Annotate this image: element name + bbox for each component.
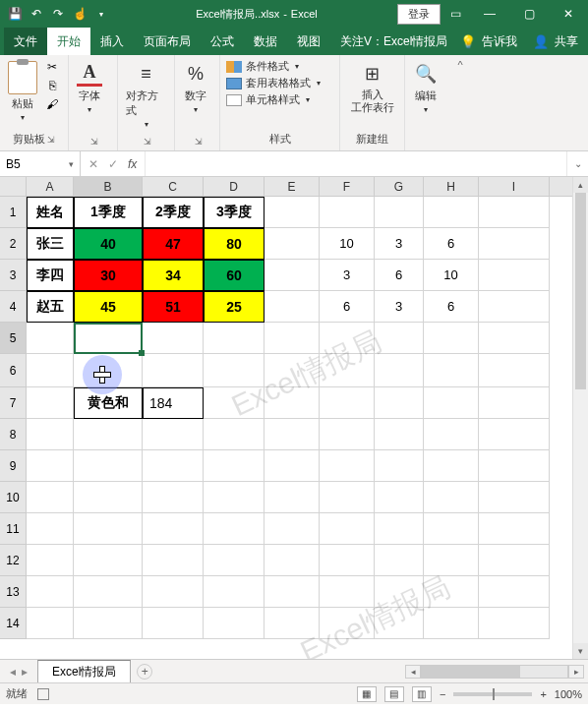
cut-icon[interactable]: ✂ xyxy=(43,59,61,75)
cell[interactable] xyxy=(375,608,424,639)
cell[interactable] xyxy=(74,482,143,513)
cell[interactable] xyxy=(375,576,424,608)
page-layout-view-icon[interactable]: ▤ xyxy=(384,686,404,702)
zoom-in-icon[interactable]: + xyxy=(540,688,546,700)
cell[interactable]: 黄色和 xyxy=(74,387,143,419)
align-button[interactable]: ≡ 对齐方式 ▾ xyxy=(124,59,168,131)
cell[interactable] xyxy=(424,513,479,545)
row-header-13[interactable]: 13 xyxy=(0,576,27,608)
cell[interactable]: 47 xyxy=(143,228,204,260)
cell[interactable] xyxy=(424,419,479,450)
cell[interactable] xyxy=(479,419,550,450)
cell[interactable] xyxy=(320,323,375,354)
cell[interactable] xyxy=(143,482,204,513)
cell[interactable] xyxy=(424,576,479,608)
cell[interactable]: 3 xyxy=(375,291,424,323)
cell[interactable] xyxy=(204,545,265,576)
cell[interactable]: 30 xyxy=(74,260,143,291)
cell[interactable] xyxy=(143,419,204,450)
cell[interactable] xyxy=(375,419,424,450)
cell[interactable] xyxy=(424,450,479,482)
cell[interactable] xyxy=(320,576,375,608)
cell[interactable] xyxy=(265,576,320,608)
cell[interactable] xyxy=(479,260,550,291)
cell[interactable] xyxy=(265,419,320,450)
cell[interactable]: 3季度 xyxy=(204,197,265,228)
cell[interactable] xyxy=(265,545,320,576)
maximize-icon[interactable]: ▢ xyxy=(509,0,549,28)
cell[interactable] xyxy=(320,450,375,482)
redo-icon[interactable]: ↷ xyxy=(49,5,67,23)
cell[interactable] xyxy=(320,387,375,419)
cell[interactable] xyxy=(320,608,375,639)
minimize-icon[interactable]: — xyxy=(470,0,509,28)
cell[interactable] xyxy=(27,419,74,450)
scroll-track[interactable] xyxy=(573,193,588,643)
cell[interactable] xyxy=(204,608,265,639)
scroll-track[interactable] xyxy=(421,665,568,679)
chevron-down-icon[interactable]: ▾ xyxy=(69,159,74,169)
cell[interactable] xyxy=(143,608,204,639)
cell[interactable] xyxy=(479,482,550,513)
cell[interactable] xyxy=(424,608,479,639)
cell[interactable]: 25 xyxy=(204,291,265,323)
cell[interactable]: 34 xyxy=(143,260,204,291)
cell[interactable] xyxy=(265,450,320,482)
cell[interactable] xyxy=(375,545,424,576)
cell[interactable] xyxy=(320,545,375,576)
cell[interactable] xyxy=(424,197,479,228)
cell[interactable]: 80 xyxy=(204,228,265,260)
cell[interactable] xyxy=(479,228,550,260)
cell[interactable] xyxy=(265,608,320,639)
formula-bar-expand-icon[interactable]: ⌄ xyxy=(566,151,588,176)
cell[interactable] xyxy=(27,354,74,387)
cell[interactable] xyxy=(27,576,74,608)
fx-icon[interactable]: fx xyxy=(128,157,137,171)
scroll-right-icon[interactable]: ▸ xyxy=(568,665,584,679)
cell[interactable]: 6 xyxy=(424,291,479,323)
cell[interactable] xyxy=(375,323,424,354)
row-header-8[interactable]: 8 xyxy=(0,419,27,450)
cell[interactable] xyxy=(375,513,424,545)
cell[interactable] xyxy=(424,323,479,354)
cell[interactable] xyxy=(204,354,265,387)
row-header-7[interactable]: 7 xyxy=(0,387,27,419)
scroll-down-icon[interactable]: ▾ xyxy=(573,643,588,659)
cell[interactable] xyxy=(74,576,143,608)
row-header-11[interactable]: 11 xyxy=(0,513,27,545)
tab-home[interactable]: 开始 xyxy=(47,28,90,55)
cell[interactable]: 184 xyxy=(143,387,204,419)
select-all-corner[interactable] xyxy=(0,177,27,196)
cell[interactable]: 6 xyxy=(375,260,424,291)
cell[interactable]: 1季度 xyxy=(74,197,143,228)
cell[interactable] xyxy=(424,482,479,513)
tell-me[interactable]: 告诉我 xyxy=(482,33,517,50)
paste-button[interactable]: 粘贴 ▾ xyxy=(6,59,39,124)
cell[interactable] xyxy=(424,354,479,387)
col-header-H[interactable]: H xyxy=(424,177,479,196)
col-header-G[interactable]: G xyxy=(375,177,424,196)
cell[interactable]: 51 xyxy=(143,291,204,323)
name-box[interactable]: B5 ▾ xyxy=(0,151,81,176)
cell[interactable] xyxy=(143,576,204,608)
insert-row-button[interactable]: ⊞ 插入 工作表行 xyxy=(349,59,396,116)
cell[interactable]: 6 xyxy=(320,291,375,323)
share-icon[interactable]: 👤 xyxy=(533,34,549,49)
login-button[interactable]: 登录 xyxy=(397,4,441,25)
sheet-tab[interactable]: Excel情报局 xyxy=(37,660,131,682)
cell[interactable] xyxy=(375,450,424,482)
row-header-2[interactable]: 2 xyxy=(0,228,27,260)
row-header-1[interactable]: 1 xyxy=(0,197,27,228)
cell[interactable]: 李四 xyxy=(27,260,74,291)
launcher-icon[interactable]: ⇲ xyxy=(144,137,151,147)
cell[interactable] xyxy=(204,450,265,482)
cell[interactable] xyxy=(27,545,74,576)
fill-handle[interactable] xyxy=(139,350,145,356)
table-format-button[interactable]: 套用表格格式▾ xyxy=(226,76,321,90)
tab-insert[interactable]: 插入 xyxy=(90,28,134,55)
row-header-5[interactable]: 5 xyxy=(0,323,27,354)
zoom-level[interactable]: 100% xyxy=(555,688,582,700)
row-header-10[interactable]: 10 xyxy=(0,482,27,513)
cell[interactable]: 45 xyxy=(74,291,143,323)
col-header-D[interactable]: D xyxy=(204,177,265,196)
